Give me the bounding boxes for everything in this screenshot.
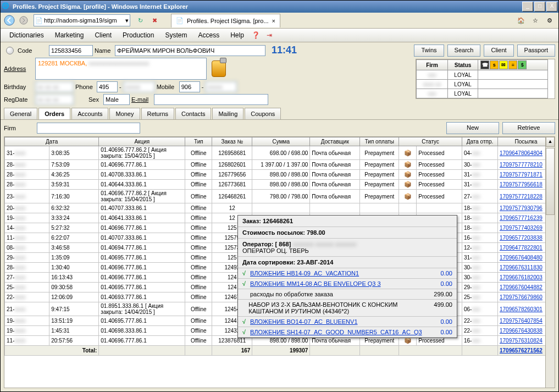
mail-icon[interactable]: ✉ (499, 60, 508, 69)
parcel-link[interactable]: 17096676408480 (500, 255, 543, 261)
favorites-icon[interactable]: ☆ (529, 14, 542, 27)
twins-button[interactable]: Twins (414, 45, 444, 57)
table-row[interactable]: 20-xxxx6:32:3201.40707.333.86.1Offline12… (5, 203, 555, 213)
parcel-link[interactable]: 17096478064804 (500, 150, 543, 156)
retrieve-button[interactable]: Retrieve (502, 122, 555, 134)
col-paytype[interactable]: Тип оплаты (360, 137, 399, 146)
col-date[interactable]: Дата (5, 137, 99, 146)
tab-contacts[interactable]: Contacts (175, 108, 211, 119)
minimize-button[interactable]: _ (522, 2, 533, 12)
new-button[interactable]: New (446, 122, 499, 134)
col-sum[interactable]: Сумма (252, 137, 310, 146)
ok-icon[interactable]: $ (518, 60, 527, 69)
tab-coupons[interactable]: Coupons (245, 108, 281, 119)
tab-orders[interactable]: Orders (38, 108, 70, 119)
firm-select[interactable] (37, 123, 140, 134)
parcel-link[interactable]: 17097577778210 (500, 162, 543, 168)
stop-button[interactable]: ✖ (148, 14, 161, 27)
client-button[interactable]: Client (484, 45, 513, 57)
tools-icon[interactable]: ⚙ (543, 14, 556, 27)
dropdown-icon[interactable]: ▾ (125, 17, 129, 24)
address-field[interactable]: 129281 МОСКВА, xxxxxxxxxxxxxxxxxxxx (35, 58, 207, 80)
regdate-field[interactable]: xx xx xx (35, 94, 74, 105)
home-icon[interactable]: 🏠 (514, 14, 528, 27)
birthday-field[interactable]: xx xx xx (35, 81, 74, 92)
col-type[interactable]: Тип (185, 137, 212, 146)
tab-general[interactable]: General (4, 108, 37, 119)
col-shipdate[interactable]: Дата отпр. (462, 137, 498, 146)
tab-accounts[interactable]: Accounts (71, 108, 108, 119)
parcel-link[interactable]: 17096676182003 (500, 274, 543, 280)
forward-button[interactable] (17, 14, 30, 27)
parcel-link[interactable]: 17096578260301 (500, 306, 543, 312)
passport-button[interactable]: Passport (517, 45, 555, 57)
email-label[interactable]: E-mail (131, 96, 152, 103)
col-status[interactable]: Статус (399, 137, 462, 146)
parcel-link[interactable]: 17096477822801 (500, 245, 543, 251)
name-field[interactable]: ФРЕЙМАРК МИРОН ВОЛЬФОВИЧ (115, 45, 265, 56)
tab-title: Profiles. Project ISigma. [pro... (187, 18, 269, 24)
parcel-link[interactable]: 17096577203838 (500, 235, 543, 241)
parcel-link[interactable]: 17097577218228 (500, 194, 543, 200)
menu-production[interactable]: Production (117, 30, 159, 41)
list-icon[interactable]: ≡ (508, 60, 517, 69)
scroll-thumb[interactable] (546, 148, 555, 215)
mobile-num-field[interactable]: xxxxx (205, 81, 237, 92)
parcel-link[interactable]: 17097577930796 (500, 205, 543, 211)
col-firm[interactable]: Firm (417, 60, 448, 70)
search-button[interactable]: Search (447, 45, 481, 57)
scroll-up-icon[interactable]: ▲ (546, 137, 555, 147)
parcel-link[interactable]: 17097576310824 (500, 338, 543, 344)
col-action[interactable]: Акция (99, 137, 185, 146)
parcel-link[interactable]: 17096577716239 (500, 215, 543, 221)
table-row[interactable]: 28-xxxx3:59:3101.40644.333.86.1Offline12… (5, 180, 555, 190)
total-parcel-link[interactable]: 17096576271562 (500, 347, 543, 354)
help-icon[interactable]: ❓ (250, 29, 263, 42)
mobile-code-field[interactable]: 906 (179, 81, 200, 92)
menu-client[interactable]: Client (89, 30, 117, 41)
back-button[interactable] (3, 14, 16, 27)
maximize-button[interactable]: □ (534, 2, 545, 12)
table-row[interactable]: 31-xxxx3:08:3501.40696.777.86.2 [ Акция … (5, 146, 555, 160)
parcel-link[interactable]: 17097577971871 (500, 172, 543, 178)
parcel-link[interactable]: 17097577956618 (500, 181, 543, 187)
parcel-link[interactable]: 17097576679860 (500, 294, 543, 300)
phone-num-field[interactable]: xxxxx (123, 81, 155, 92)
browser-tab[interactable]: 📄 Profiles. Project ISigma. [pro... × (171, 14, 280, 27)
col-status[interactable]: Status (447, 60, 478, 70)
parcel-link[interactable]: 17096676044882 (500, 284, 543, 290)
menu-system[interactable]: System (159, 30, 192, 41)
url-input[interactable] (43, 16, 125, 24)
parcel-link[interactable]: 17096676311830 (500, 264, 543, 270)
svg-point-0 (4, 15, 14, 25)
address-bar[interactable]: 📄 ▾ (34, 14, 130, 26)
phone-code-field[interactable]: 495 (97, 81, 118, 92)
table-row[interactable]: 28-xxxx4:36:2501.40708.333.86.1Offline12… (5, 170, 555, 180)
parcel-link[interactable]: 17097577403269 (500, 225, 543, 231)
sex-field[interactable]: Male (103, 94, 130, 105)
menu-access[interactable]: Access (192, 30, 225, 41)
table-row[interactable]: 28-xxxx7:53:0901.40696.777.86.1Offline12… (5, 160, 555, 170)
refresh-button[interactable]: ↻ (134, 14, 147, 27)
tab-close-icon[interactable]: × (272, 18, 275, 24)
grid-scrollbar[interactable]: ▲ (545, 137, 555, 388)
menu-marketing[interactable]: Marketing (49, 30, 90, 41)
mobile-label: Mobile (157, 84, 178, 90)
parcel-link[interactable]: 17097576407854 (500, 318, 543, 324)
address-label[interactable]: Address (4, 65, 34, 72)
exit-icon[interactable]: ⇥ (263, 29, 276, 42)
parcel-link[interactable]: 17096676430838 (500, 328, 543, 334)
sms-icon[interactable]: s (490, 60, 499, 69)
tab-money[interactable]: Money (109, 108, 140, 119)
tab-mailing[interactable]: Mailing (212, 108, 243, 119)
col-delivery[interactable]: Доставщик (310, 137, 360, 146)
phone-icon[interactable]: ☎ (480, 60, 489, 69)
menu-help[interactable]: Help (225, 30, 250, 41)
code-field[interactable]: 125833456 (49, 45, 93, 56)
table-row[interactable]: 23-xxxx7:16:3001.40696.777.86.2 [ Акция … (5, 190, 555, 203)
menu-dictionaries[interactable]: Dictionaries (4, 30, 49, 41)
close-button[interactable]: X (546, 2, 557, 12)
tab-returns[interactable]: Returns (141, 108, 175, 119)
email-field[interactable] (154, 94, 268, 105)
col-orderno[interactable]: Заказ № (212, 137, 252, 146)
